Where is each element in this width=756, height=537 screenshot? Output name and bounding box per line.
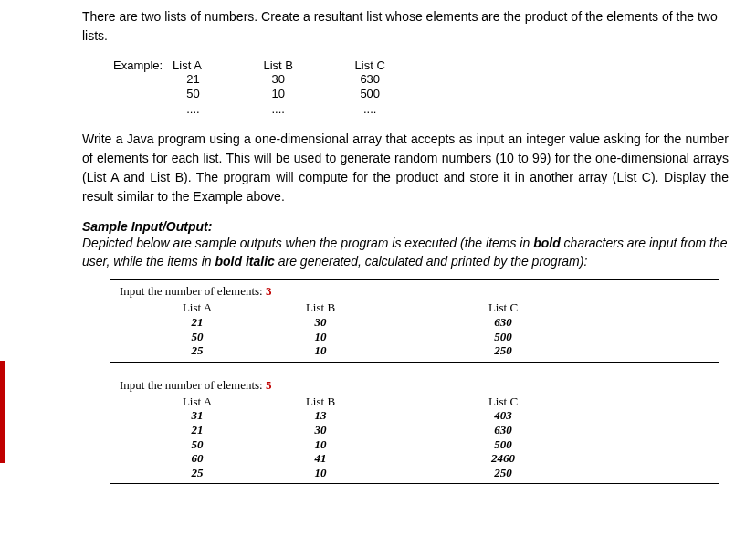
sample-cell: 21 (120, 315, 275, 330)
sample-head-c: List C (457, 300, 549, 315)
sample-cell: 10 (275, 437, 366, 452)
example-head-c: List C (355, 58, 385, 72)
sample-head-c: List C (457, 395, 549, 409)
document-page: There are two lists of numbers. Create a… (0, 0, 756, 484)
example-val: .... (184, 102, 202, 117)
example-val: .... (263, 102, 293, 117)
example-val: 630 (355, 72, 385, 87)
sample-head-a: List A (120, 395, 275, 409)
sample-io-title: Sample Input/Output: (82, 219, 729, 234)
sample-cell: 630 (457, 315, 549, 330)
sample-cell: 60 (120, 451, 275, 466)
sample-cell: 10 (275, 343, 366, 358)
sample-cell: 50 (120, 330, 275, 344)
sample-head-b: List B (275, 395, 366, 409)
sample-cell: 250 (457, 343, 549, 358)
sample-head-a: List A (120, 300, 275, 315)
sample-prompt: Input the number of elements: 5 (120, 378, 709, 393)
sample-cell: 50 (120, 437, 275, 452)
sample-cell: 10 (275, 466, 366, 480)
example-val: 21 (184, 72, 202, 87)
sample-box-2: Input the number of elements: 5 List A L… (110, 374, 719, 485)
example-col-c: List C 630 500 .... (355, 58, 385, 117)
sample-cell: 21 (120, 423, 275, 437)
annotation-bar (0, 361, 5, 463)
sample-cell: 13 (275, 408, 366, 423)
sample-cell: 25 (120, 466, 275, 480)
example-val: 500 (355, 87, 385, 101)
sample-input-value: 5 (266, 378, 272, 392)
example-val: 30 (263, 72, 293, 87)
sample-cell: 30 (275, 315, 366, 330)
example-val: 50 (184, 87, 202, 101)
sample-cell: 41 (275, 451, 366, 466)
sample-cell: 31 (120, 408, 275, 423)
sample-prompt: Input the number of elements: 3 (120, 284, 709, 299)
sample-cell: 403 (457, 408, 549, 423)
sample-head-b: List B (275, 300, 366, 315)
sample-table: List A List B List C 2130630 5010500 251… (120, 300, 558, 357)
sample-box-1: Input the number of elements: 3 List A L… (110, 279, 719, 362)
example-col-b: List B 30 10 .... (263, 58, 293, 117)
example-block: Example: List A 21 50 .... List B 30 10 … (82, 58, 729, 117)
sample-cell: 500 (457, 330, 549, 344)
intro-paragraph: There are two lists of numbers. Create a… (82, 7, 729, 46)
sample-cell: 30 (275, 423, 366, 437)
sample-cell: 25 (120, 343, 275, 358)
sample-cell: 10 (275, 330, 366, 344)
sample-io-description: Depicted below are sample outputs when t… (82, 234, 729, 271)
example-val: 10 (263, 87, 293, 101)
sample-cell: 630 (457, 423, 549, 437)
instructions-paragraph: Write a Java program using a one-dimensi… (82, 130, 729, 206)
sample-cell: 2460 (457, 451, 549, 466)
sample-cell: 500 (457, 437, 549, 452)
example-head-a: List A (173, 58, 202, 72)
example-head-b: List B (263, 58, 293, 72)
sample-cell: 250 (457, 466, 549, 480)
sample-input-value: 3 (266, 284, 272, 298)
example-col-a: Example: List A 21 50 .... (113, 58, 202, 117)
sample-table: List A List B List C 3113403 2130630 501… (120, 395, 558, 480)
example-val: .... (355, 102, 385, 117)
example-label: Example: (113, 58, 163, 72)
